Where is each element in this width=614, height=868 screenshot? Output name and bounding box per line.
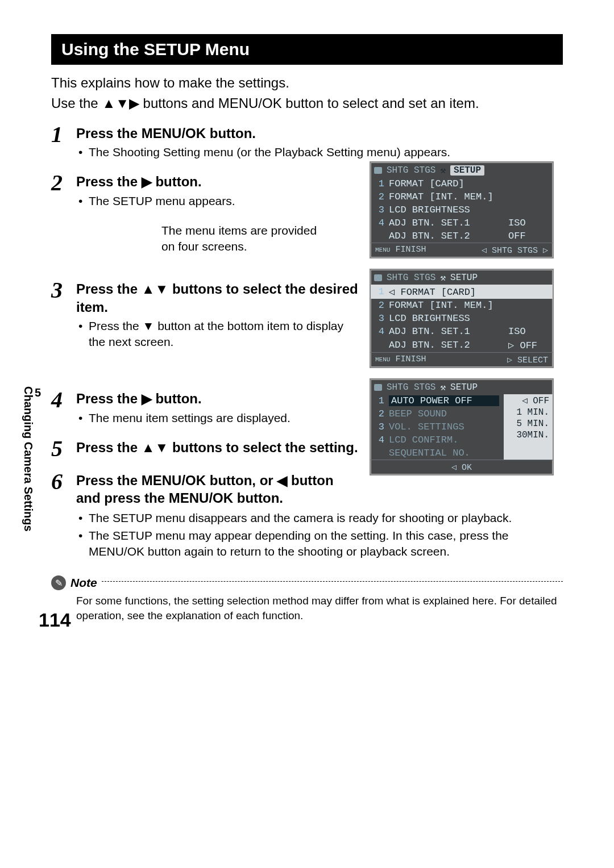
lcd-row: 3LCD BRIGHTNESS	[371, 203, 553, 216]
lcd1-foot-right: ◁ SHTG STGS ▷	[482, 245, 548, 256]
step-2-title: Press the ▶ button.	[76, 173, 359, 190]
chapter-title: Changing Camera Settings	[22, 386, 35, 532]
lcd2-foot-left: MENU FINISH	[375, 354, 426, 365]
up-down-triangle-icon: ▲▼	[142, 282, 169, 296]
lcd2-foot-right: ▷ SELECT	[507, 354, 548, 365]
chapter-number: 5	[35, 386, 41, 399]
lcd3-tab-right: SETUP	[450, 382, 478, 393]
lcd3-tab-left: SHTG STGS	[387, 382, 435, 393]
lcd-row: 4ADJ BTN. SET.1ISO	[371, 325, 553, 338]
lcd-row: 2BEEP SOUND	[371, 407, 504, 420]
camera-icon	[374, 384, 382, 391]
step-5: 5 Press the ▲▼ buttons to select the set…	[51, 437, 359, 460]
lcd-option: 30MIN.	[504, 429, 553, 441]
lcd-row: ADJ BTN. SET.2OFF	[371, 229, 553, 243]
step-4-title: Press the ▶ button.	[76, 390, 359, 407]
sidebar-chapter-label: 5 Changing Camera Settings	[22, 386, 41, 532]
lcd2-tab-left: SHTG STGS	[387, 273, 435, 283]
step-4: 4 Press the ▶ button. The menu item sett…	[51, 389, 359, 427]
step-1-bullet: The Shooting Setting menu (or the Playba…	[76, 144, 563, 160]
up-down-right-icon: ▲▼▶	[102, 97, 139, 110]
step-2-bullet: The SETUP menu appears.	[76, 193, 359, 209]
lcd3-foot: ◁ OK	[451, 462, 472, 473]
lcd-row: SEQUENTIAL NO.	[371, 446, 504, 460]
wrench-icon: ⚒	[440, 272, 446, 283]
note-row: ✎ Note	[51, 575, 563, 590]
down-triangle-icon: ▼	[143, 320, 155, 332]
lcd-option: 5 MIN.	[504, 418, 553, 429]
step-number: 5	[51, 437, 76, 460]
lcd-row: 4LCD CONFIRM.	[371, 433, 504, 446]
lcd-row: 1FORMAT [CARD]	[371, 177, 553, 190]
lcd-row: ADJ BTN. SET.2▷ OFF	[371, 338, 553, 352]
left-triangle-icon: ◀	[277, 474, 287, 487]
note-icon: ✎	[51, 575, 66, 590]
step-number: 3	[51, 279, 76, 302]
intro-line-2: Use the ▲▼▶ buttons and MENU/OK button t…	[51, 94, 563, 112]
up-down-triangle-icon: ▲▼	[142, 441, 169, 454]
lcd1-tab-left: SHTG STGS	[387, 165, 435, 176]
lcd1-foot-left: MENU FINISH	[375, 245, 426, 256]
lcd-row: 4ADJ BTN. SET.1ISO	[371, 216, 553, 229]
lcd-row: 2FORMAT [INT. MEM.]	[371, 190, 553, 203]
right-triangle-icon: ▶	[142, 392, 152, 406]
step-6-bullet-1: The SETUP menu disappears and the camera…	[76, 510, 563, 526]
step-number: 6	[51, 470, 76, 493]
intro-line-1: This explains how to make the settings.	[51, 74, 563, 92]
step-5-title: Press the ▲▼ buttons to select the setti…	[76, 439, 359, 456]
step-2-subnote: The menu items are provided on four scre…	[161, 223, 332, 255]
lcd-row: 3VOL. SETTINGS	[371, 420, 504, 433]
note-label: Note	[70, 576, 97, 590]
step-3: 3 Press the ▲▼ buttons to select the des…	[51, 279, 359, 351]
step-6-bullet-2: The SETUP menu may appear depending on t…	[76, 528, 563, 560]
step-number: 4	[51, 389, 76, 411]
right-triangle-icon: ▶	[142, 175, 152, 189]
lcd-row: 3LCD BRIGHTNESS	[371, 312, 553, 325]
step-1-title: Press the MENU/OK button.	[76, 124, 563, 142]
step-1: 1 Press the MENU/OK button. The Shooting…	[51, 123, 563, 162]
step-3-bullet: Press the ▼ button at the bottom item to…	[76, 318, 359, 350]
step-6-title: Press the MENU/OK button, or ◀ button an…	[76, 471, 359, 507]
lcd3-option-list: ◁ OFF1 MIN.5 MIN.30MIN.	[504, 394, 553, 460]
lcd-row: 2FORMAT [INT. MEM.]	[371, 299, 553, 312]
lcd2-tab-right: SETUP	[450, 273, 478, 283]
page-title: Using the SETUP Menu	[51, 34, 563, 65]
lcd-screenshot-1: SHTG STGS ⚒ SETUP 1FORMAT [CARD]2FORMAT …	[370, 161, 554, 258]
wrench-icon: ⚒	[440, 165, 446, 176]
camera-icon	[374, 274, 382, 281]
camera-icon	[374, 167, 382, 174]
step-6: 6 Press the MENU/OK button, or ◀ button …	[51, 470, 359, 509]
step-number: 1	[51, 123, 76, 146]
lcd-screenshot-3: SHTG STGS ⚒ SETUP 1AUTO POWER OFF2BEEP S…	[370, 378, 554, 475]
lcd-option: 1 MIN.	[504, 407, 553, 418]
page-number: 114	[39, 609, 71, 631]
lcd-screenshot-2: SHTG STGS ⚒ SETUP 1◁ FORMAT [CARD]2FORMA…	[370, 269, 554, 368]
note-text: For some functions, the setting selectio…	[76, 594, 563, 623]
lcd-row: 1◁ FORMAT [CARD]	[371, 285, 553, 299]
intro-block: This explains how to make the settings. …	[51, 74, 563, 113]
lcd-row: 1AUTO POWER OFF	[371, 394, 504, 407]
lcd1-tab-right: SETUP	[450, 165, 484, 176]
lcd-option: ◁ OFF	[504, 394, 553, 407]
step-3-title: Press the ▲▼ buttons to select the desir…	[76, 280, 359, 315]
step-number: 2	[51, 172, 76, 194]
step-4-bullet: The menu item settings are displayed.	[76, 410, 359, 426]
step-2: 2 Press the ▶ button. The SETUP menu app…	[51, 172, 359, 254]
wrench-icon: ⚒	[440, 382, 446, 393]
note-divider	[102, 581, 563, 582]
